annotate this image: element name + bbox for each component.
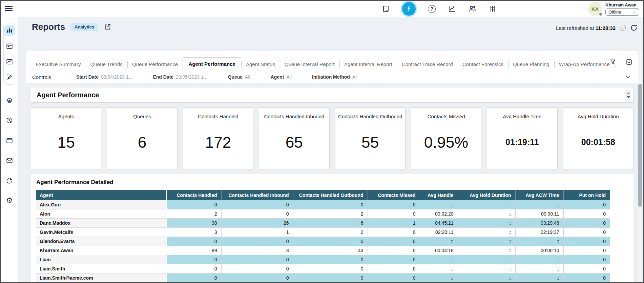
refresh-icon[interactable] bbox=[630, 24, 638, 32]
topbar-icons: ? bbox=[382, 1, 497, 17]
column-header-contacts-handled[interactable]: Contacts Handled bbox=[166, 190, 221, 200]
tab-agent-performance[interactable]: Agent Performance bbox=[183, 57, 241, 71]
sidebar-item-calendar[interactable] bbox=[4, 41, 15, 51]
kpi-card-contacts-handled: Contacts Handled172 bbox=[183, 107, 253, 169]
lightning-icon[interactable] bbox=[402, 2, 416, 16]
column-header-avg-hold-duration[interactable]: Avg Hold Duration bbox=[458, 190, 515, 200]
sliders-icon[interactable] bbox=[489, 5, 497, 13]
filter-label: End Date bbox=[153, 74, 173, 80]
filter-start-date[interactable]: Start Date09/04/2023 1... bbox=[76, 74, 133, 80]
scrollbar-thumb[interactable] bbox=[638, 84, 642, 207]
tab-agent-status[interactable]: Agent Status bbox=[241, 58, 280, 71]
value-cell: 0 bbox=[293, 200, 368, 209]
mail-icon bbox=[6, 157, 13, 164]
filter-queue[interactable]: QueueAll bbox=[228, 74, 250, 80]
users-icon[interactable] bbox=[468, 5, 476, 13]
filter-label: Start Date bbox=[76, 74, 99, 80]
section-header: Agent Performance bbox=[31, 87, 633, 103]
filter-agent[interactable]: AgentAll bbox=[271, 74, 292, 80]
value-cell: 0 bbox=[221, 274, 293, 283]
value-cell: :: bbox=[458, 264, 515, 274]
status-value: Offline bbox=[608, 9, 621, 15]
value-cell: 0 bbox=[221, 255, 293, 264]
layers-icon bbox=[6, 97, 13, 104]
filter-value: All bbox=[286, 74, 292, 80]
sidebar-item-history[interactable] bbox=[4, 116, 15, 126]
section-spinner[interactable] bbox=[625, 90, 631, 101]
status-dropdown[interactable]: Offline bbox=[605, 8, 639, 16]
tab-queue-planning[interactable]: Queue Planning bbox=[508, 58, 554, 71]
value-cell: 0 bbox=[293, 237, 368, 246]
sidebar-item-mail[interactable] bbox=[4, 156, 15, 166]
value-cell: 0 bbox=[563, 274, 610, 283]
value-cell: :: bbox=[458, 237, 515, 246]
value-cell: :: bbox=[420, 264, 458, 274]
tab-queue-interval-report[interactable]: Queue Interval Report bbox=[280, 58, 339, 71]
detail-title: Agent Performance Detailed bbox=[36, 179, 628, 186]
notes-icon[interactable] bbox=[382, 5, 390, 13]
kpi-value: 65 bbox=[286, 119, 303, 169]
spinner-up-icon[interactable] bbox=[627, 92, 630, 94]
sidebar-item-bar-chart[interactable] bbox=[4, 25, 15, 36]
download-icon[interactable] bbox=[625, 58, 633, 66]
value-cell: :: bbox=[458, 246, 515, 255]
gear-icon: ⚙ bbox=[6, 197, 13, 204]
column-header-contacts-missed[interactable]: Contacts Missed bbox=[368, 190, 420, 200]
column-header-avg-handle[interactable]: Avg Handle bbox=[420, 190, 458, 200]
kpi-label: Contacts Handled Inbound bbox=[264, 114, 324, 119]
sidebar-item-layers[interactable] bbox=[4, 96, 15, 106]
tab-wrap-up-performance[interactable]: Wrap-Up Performance bbox=[554, 58, 615, 71]
avatar[interactable]: KA bbox=[588, 2, 602, 16]
column-header-contacts-handled-outbound[interactable]: Contacts Handled Outbound bbox=[293, 190, 368, 200]
value-cell: 0 bbox=[563, 246, 610, 255]
table-row-glendon-evarts: Glendon.Evarts0000::::::0 bbox=[36, 237, 610, 246]
controls-collapse-chevron-icon[interactable] bbox=[624, 73, 631, 81]
controls-row: Controls Start Date09/04/2023 1...End Da… bbox=[26, 71, 638, 83]
value-cell: :: bbox=[420, 237, 458, 246]
sidebar-item-customize[interactable] bbox=[4, 72, 15, 82]
tab-queue-performance[interactable]: Queue Performance bbox=[127, 58, 183, 71]
help-icon[interactable]: ? bbox=[428, 5, 436, 13]
column-header-agent[interactable]: Agent bbox=[36, 190, 166, 200]
value-cell: 0 bbox=[293, 274, 368, 283]
sidebar-item-settings[interactable]: ⚙ bbox=[4, 196, 15, 206]
sidebar-item-line-chart[interactable] bbox=[4, 57, 15, 67]
external-link-icon[interactable] bbox=[104, 23, 112, 31]
column-header-contacts-handled-inbound[interactable]: Contacts Handled Inbound bbox=[221, 190, 293, 200]
agent-name-cell: Alon bbox=[36, 209, 166, 219]
value-cell: 04:45:21 bbox=[420, 219, 458, 228]
tab-executive-summary[interactable]: Executive Summary bbox=[31, 58, 85, 71]
info-icon[interactable]: i bbox=[620, 25, 626, 31]
kpi-value: 172 bbox=[205, 119, 231, 169]
sidebar-item-window[interactable] bbox=[4, 136, 15, 146]
app-window: ? KA Khurram Awan Offline bbox=[0, 0, 644, 283]
column-header-put-on-hold[interactable]: Put on Hold bbox=[563, 190, 610, 200]
column-header-avg-acw-time[interactable]: Avg ACW Time bbox=[515, 190, 563, 200]
history-icon bbox=[6, 117, 13, 124]
value-cell: 2 bbox=[293, 228, 368, 237]
value-cell: 0 bbox=[563, 200, 610, 209]
detail-section: Agent Performance Detailed AgentContacts… bbox=[31, 174, 633, 283]
kpi-value: 15 bbox=[58, 119, 75, 169]
value-cell: :: bbox=[420, 200, 458, 209]
metrics-icon[interactable] bbox=[448, 5, 456, 13]
value-cell: 0 bbox=[368, 246, 420, 255]
filter-end-date[interactable]: End Date29/05/2023 1... bbox=[153, 74, 207, 80]
hamburger-menu-icon[interactable] bbox=[5, 5, 13, 12]
tab-agent-interval-report[interactable]: Agent Interval Report bbox=[339, 58, 397, 71]
tab-contract-trace-record[interactable]: Contract Trace Record bbox=[397, 58, 458, 71]
filter-initiation-method[interactable]: Initiation MethodAll bbox=[312, 74, 358, 80]
kpi-card-agents: Agents15 bbox=[31, 107, 101, 169]
sidebar-item-pie-chart[interactable] bbox=[4, 176, 15, 186]
tab-contact-forensics[interactable]: Contact Forensics bbox=[458, 58, 508, 71]
value-cell: 1 bbox=[221, 228, 293, 237]
value-cell: 03:29:48 bbox=[515, 219, 563, 228]
analytics-badge: Analytics bbox=[70, 23, 98, 31]
filter-icon[interactable] bbox=[609, 58, 617, 66]
filter-label: Agent bbox=[271, 74, 284, 80]
table-row-khurram-awan: Khurram.Awan89343000:04:18::00:00:100 bbox=[36, 246, 610, 255]
spinner-down-icon[interactable] bbox=[627, 96, 630, 98]
tab-queue-trends[interactable]: Queue Trends bbox=[86, 58, 127, 71]
page-title: Reports bbox=[32, 22, 65, 32]
scrollbar-track[interactable] bbox=[638, 51, 642, 282]
